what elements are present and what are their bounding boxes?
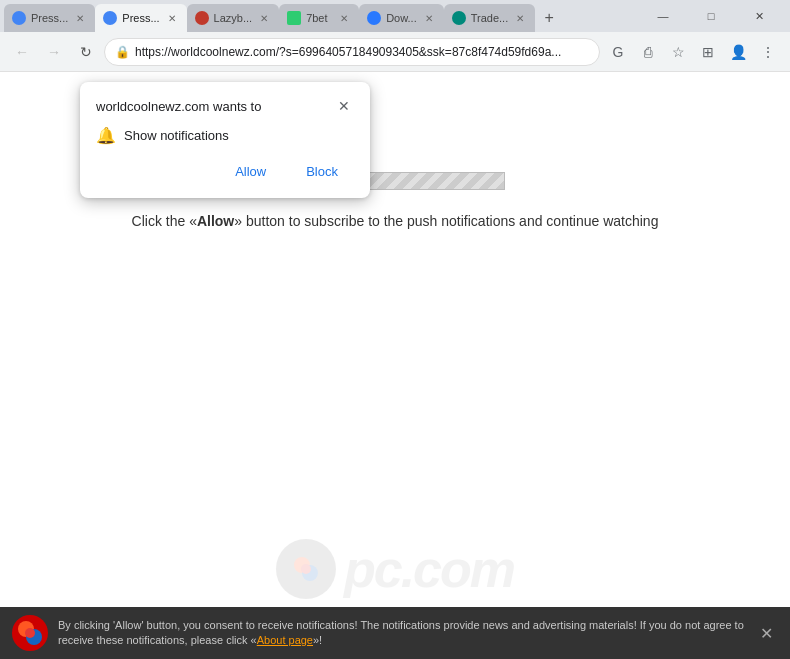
tab-5[interactable]: Dow... ✕ [359, 4, 444, 32]
tab-5-close[interactable]: ✕ [422, 11, 436, 25]
instruction-prefix: Click the « [132, 213, 197, 229]
popup-header: worldcoolnewz.com wants to ✕ [96, 96, 354, 116]
window-controls: — □ ✕ [640, 0, 786, 32]
watermark-circle [276, 539, 336, 599]
bottom-bar-close-button[interactable]: ✕ [754, 621, 778, 645]
profile-icon[interactable]: 👤 [724, 38, 752, 66]
popup-body: 🔔 Show notifications [96, 126, 354, 145]
share-icon[interactable]: ⎙ [634, 38, 662, 66]
popup-body-text: Show notifications [124, 128, 229, 143]
tab-3-label: Lazyb... [214, 12, 253, 24]
menu-icon[interactable]: ⋮ [754, 38, 782, 66]
popup-title: worldcoolnewz.com wants to [96, 99, 261, 114]
tab-1-close[interactable]: ✕ [73, 11, 87, 25]
tab-4[interactable]: 7bet ✕ [279, 4, 359, 32]
watermark: pс.com [276, 539, 514, 599]
page-instruction: Click the «Allow» button to subscribe to… [132, 210, 659, 232]
browser-window: Press... ✕ Press... ✕ Lazyb... ✕ 7bet ✕ [0, 0, 790, 659]
tab-2-close[interactable]: ✕ [165, 11, 179, 25]
refresh-button[interactable]: ↻ [72, 38, 100, 66]
tab-6-close[interactable]: ✕ [513, 11, 527, 25]
url-text: https://worldcoolnewz.com/?s=69964057184… [135, 45, 589, 59]
tab-3-favicon [195, 11, 209, 25]
toolbar-icons: G ⎙ ☆ ⊞ 👤 ⋮ [604, 38, 782, 66]
tab-3-close[interactable]: ✕ [257, 11, 271, 25]
forward-button[interactable]: → [40, 38, 68, 66]
bottom-bar-text: By clicking 'Allow' button, you consent … [58, 618, 744, 649]
bottom-bar-icon [12, 615, 48, 651]
tab-6-label: Trade... [471, 12, 509, 24]
tab-5-favicon [367, 11, 381, 25]
tab-1-favicon [12, 11, 26, 25]
maximize-button[interactable]: □ [688, 0, 734, 32]
back-button[interactable]: ← [8, 38, 36, 66]
popup-actions: Allow Block [96, 159, 354, 184]
page-content: worldcoolnewz.com wants to ✕ 🔔 Show noti… [0, 72, 790, 659]
tab-3[interactable]: Lazyb... ✕ [187, 4, 280, 32]
tab-2[interactable]: Press... ✕ [95, 4, 186, 32]
tab-5-label: Dow... [386, 12, 417, 24]
lock-icon: 🔒 [115, 45, 130, 59]
allow-button[interactable]: Allow [219, 159, 282, 184]
watermark-text: pс.com [344, 539, 514, 599]
bottom-notification-bar: By clicking 'Allow' button, you consent … [0, 607, 790, 659]
tab-1-label: Press... [31, 12, 68, 24]
tab-1[interactable]: Press... ✕ [4, 4, 95, 32]
new-tab-button[interactable]: + [535, 4, 563, 32]
title-bar: Press... ✕ Press... ✕ Lazyb... ✕ 7bet ✕ [0, 0, 790, 32]
tab-4-close[interactable]: ✕ [337, 11, 351, 25]
instruction-allow-bold: Allow [197, 213, 234, 229]
svg-point-5 [25, 628, 35, 638]
tab-4-favicon [287, 11, 301, 25]
tab-2-label: Press... [122, 12, 159, 24]
extensions-icon[interactable]: ⊞ [694, 38, 722, 66]
tab-2-favicon [103, 11, 117, 25]
popup-close-button[interactable]: ✕ [334, 96, 354, 116]
tab-6-favicon [452, 11, 466, 25]
minimize-button[interactable]: — [640, 0, 686, 32]
svg-point-2 [301, 564, 311, 574]
tab-6[interactable]: Trade... ✕ [444, 4, 536, 32]
address-bar: ← → ↻ 🔒 https://worldcoolnewz.com/?s=699… [0, 32, 790, 72]
tabs-container: Press... ✕ Press... ✕ Lazyb... ✕ 7bet ✕ [4, 0, 640, 32]
tab-4-label: 7bet [306, 12, 332, 24]
notification-popup: worldcoolnewz.com wants to ✕ 🔔 Show noti… [80, 82, 370, 198]
bookmark-icon[interactable]: ☆ [664, 38, 692, 66]
google-account-icon[interactable]: G [604, 38, 632, 66]
about-page-link[interactable]: About page [257, 634, 313, 646]
instruction-suffix: » button to subscribe to the push notifi… [234, 213, 658, 229]
bell-icon: 🔔 [96, 126, 116, 145]
block-button[interactable]: Block [290, 159, 354, 184]
close-button[interactable]: ✕ [736, 0, 782, 32]
url-bar[interactable]: 🔒 https://worldcoolnewz.com/?s=699640571… [104, 38, 600, 66]
